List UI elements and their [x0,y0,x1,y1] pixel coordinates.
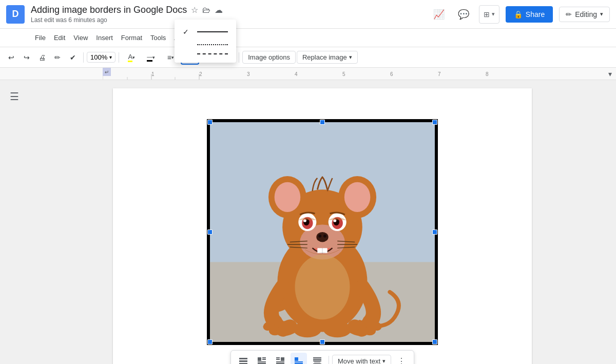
image-options-label: Image options [248,53,290,61]
svg-rect-69 [313,359,321,360]
spell-check-button[interactable]: ✔ [66,50,80,65]
main-area: ☰ [0,80,616,364]
doc-title-row: Adding image borders in Google Docs ☆ 🗁 … [31,5,430,15]
wrap-left-icon [257,356,267,364]
svg-point-20 [323,235,326,238]
share-button[interactable]: 🔒 Share [506,6,553,23]
undo-button[interactable]: ↩ [4,50,18,65]
dotted-line [197,44,228,45]
separator-4 [239,52,239,63]
border-weight-dropdown-icon: ▾ [171,55,174,60]
highlight-icon: A [128,53,132,62]
dropdown-item-dashed[interactable] [175,49,236,59]
border-color-button[interactable]: — ▾ [142,50,160,65]
handle-top-middle[interactable] [320,120,325,125]
menu-format[interactable]: Format [117,32,146,44]
replace-image-dropdown-icon: ▾ [349,54,352,61]
behind-text-button[interactable] [309,353,325,364]
menu-edit[interactable]: Edit [50,32,69,44]
folder-icon[interactable]: 🗁 [202,6,210,15]
svg-text:1: 1 [151,71,155,77]
highlight-color-button[interactable]: A ▾ [122,50,141,65]
print-button[interactable]: 🖨 [35,50,49,65]
jerry-svg [210,122,435,342]
dropdown-item-solid[interactable]: ✓ [175,24,236,40]
lock-icon: 🔒 [514,10,523,18]
handle-middle-left[interactable] [207,229,213,235]
doc-area: Move with text ▾ ⋮ [29,80,616,364]
svg-text:7: 7 [438,71,441,77]
comment-icon-btn[interactable]: 💬 [454,5,473,24]
svg-rect-66 [295,361,303,362]
svg-text:2: 2 [199,71,202,77]
trending-icon-btn[interactable]: 📈 [430,5,448,24]
dropdown-item-dotted[interactable] [175,40,236,49]
top-right-actions: 📈 💬 ⊞ ▾ 🔒 Share ✏ Editing ▾ [430,5,610,24]
sidebar-left: ☰ [0,80,29,364]
image-options-button[interactable]: Image options [242,51,296,64]
svg-point-51 [323,321,351,337]
replace-image-button[interactable]: Replace image ▾ [297,51,358,64]
cloud-icon[interactable]: ☁ [215,5,223,15]
app-icon[interactable]: D [6,5,25,24]
menu-insert[interactable]: Insert [92,32,117,44]
handle-bottom-left[interactable] [207,339,213,344]
svg-point-18 [316,232,328,242]
image-with-border[interactable] [207,119,438,345]
wrap-left-button[interactable] [254,353,270,364]
wrap-inline-icon [238,356,248,364]
doc-title: Adding image borders in Google Docs [31,5,187,15]
toolbar: ↩ ↪ 🖨 ✏ ✔ 100% ▾ A ▾ — ▾ ≡ ▾ ⊟ ▾ ⊡ ⊠ Ima… [0,47,616,68]
svg-text:5: 5 [342,71,345,77]
border-color-icon: — [147,53,152,62]
wrap-right-button[interactable] [272,353,288,364]
pencil-icon: ✏ [566,10,572,18]
present-icon-btn[interactable]: ⊞ ▾ [479,5,499,24]
border-dash-dropdown: ✓ [175,20,236,63]
top-bar: D Adding image borders in Google Docs ☆ … [0,0,616,29]
doc-page: Move with text ▾ ⋮ [113,88,532,364]
present-dropdown: ▾ [492,11,495,17]
svg-text:8: 8 [486,71,489,77]
zoom-select[interactable]: 100% ▾ [87,52,116,63]
separator-1 [83,52,84,63]
handle-top-right[interactable] [432,120,437,125]
handle-middle-right[interactable] [432,229,437,235]
paint-format-button[interactable]: ✏ [50,50,65,65]
dashed-line [197,53,228,54]
more-dots-icon: ⋮ [397,356,406,365]
editing-label: Editing [575,10,597,18]
share-label: Share [526,10,545,18]
menu-bar: File Edit View Insert Format Tools Add-o… [0,29,616,47]
svg-rect-58 [258,361,266,362]
zoom-dropdown-icon: ▾ [109,54,112,60]
editing-button[interactable]: ✏ Editing ▾ [559,7,610,22]
menu-tools[interactable]: Tools [146,32,170,44]
menu-view[interactable]: View [69,32,92,44]
svg-rect-56 [262,357,266,358]
wrap-right-icon [275,356,285,364]
svg-point-19 [318,235,321,238]
move-with-text-button[interactable]: Move with text ▾ [332,355,391,365]
svg-rect-34 [322,248,328,253]
zoom-value: 100% [90,53,107,61]
handle-bottom-middle[interactable] [320,339,325,344]
svg-point-24 [344,182,371,212]
image-more-button[interactable]: ⋮ [393,353,410,364]
break-text-button[interactable] [291,353,307,364]
jerry-image [210,122,435,342]
replace-image-label: Replace image [302,53,347,61]
separator-2 [119,52,119,63]
svg-rect-55 [258,357,261,361]
redo-button[interactable]: ↪ [20,50,34,65]
svg-rect-65 [295,357,298,361]
handle-bottom-right[interactable] [432,339,437,344]
star-icon[interactable]: ☆ [191,5,198,15]
wrap-inline-button[interactable] [235,353,252,364]
svg-text:3: 3 [247,71,250,77]
menu-file[interactable]: File [31,32,50,44]
highlight-dropdown-icon: ▾ [132,55,135,60]
outline-icon[interactable]: ☰ [10,90,19,103]
move-with-text-label: Move with text [338,357,380,365]
handle-top-left[interactable] [207,120,213,125]
